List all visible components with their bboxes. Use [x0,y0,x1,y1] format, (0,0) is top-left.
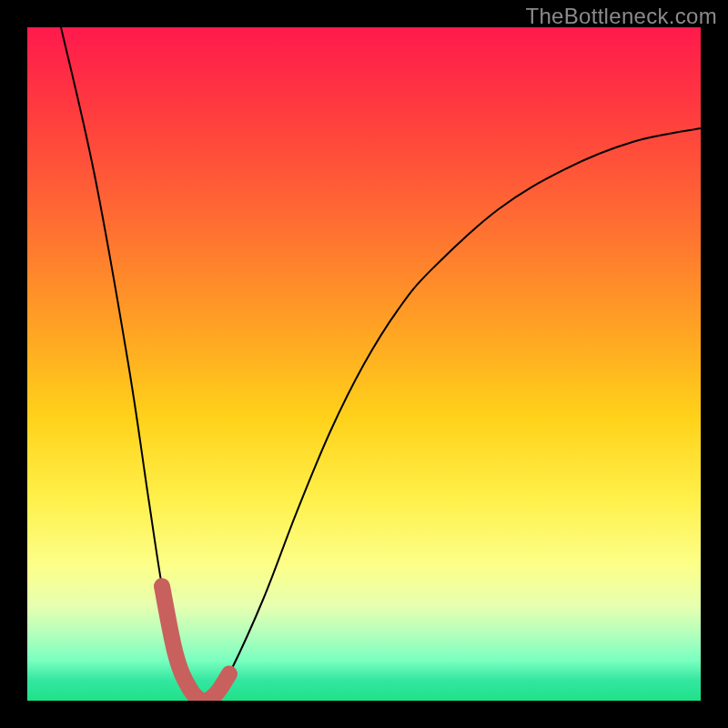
curve-svg [27,27,701,701]
chart-frame: TheBottleneck.com [0,0,728,728]
watermark-text: TheBottleneck.com [525,4,717,29]
highlight-valley [162,586,229,701]
plot-area [27,27,701,701]
